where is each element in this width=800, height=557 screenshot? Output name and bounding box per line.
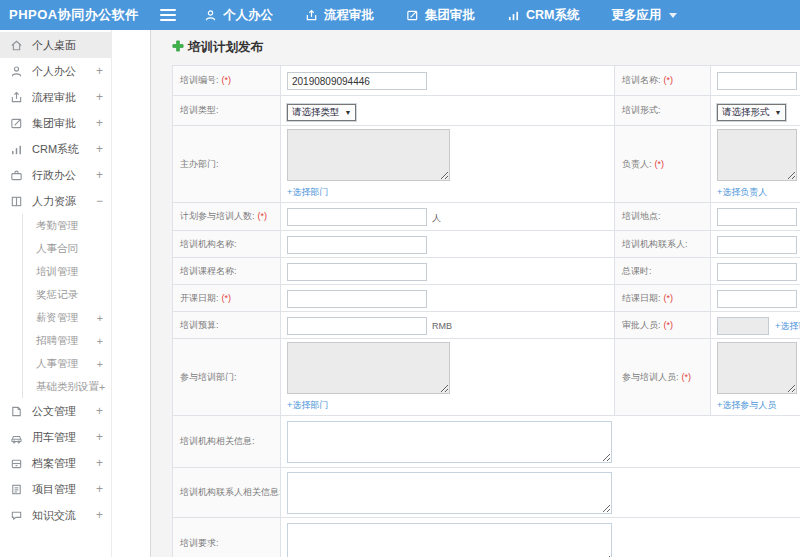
nav-crm-system[interactable]: CRM系统 xyxy=(507,7,579,24)
chart-icon xyxy=(10,143,25,156)
expand-icon[interactable]: + xyxy=(96,456,103,470)
expand-icon[interactable]: + xyxy=(96,64,103,78)
field-label: 总课时: xyxy=(622,266,652,276)
nav-workflow-approval[interactable]: 流程审批 xyxy=(305,7,374,24)
expand-icon[interactable]: + xyxy=(96,404,103,418)
sidebar-item-vehicle[interactable]: 用车管理 + xyxy=(0,424,111,450)
car-icon xyxy=(10,431,25,444)
expand-icon[interactable]: + xyxy=(96,168,103,182)
start-date-input[interactable] xyxy=(287,290,427,308)
select-responsible-link[interactable]: +选择负责人 xyxy=(717,186,767,199)
sidebar-item-hr[interactable]: 人力资源 − xyxy=(0,188,111,214)
sidebar: 个人桌面 个人办公 + 流程审批 + 集团审批 + CRM系统 + xyxy=(0,30,151,557)
nav-more-apps[interactable]: 更多应用 xyxy=(611,7,677,24)
sidebar-item-group-approval[interactable]: 集团审批 + xyxy=(0,110,111,136)
expand-icon[interactable]: + xyxy=(97,335,103,347)
training-name-input[interactable] xyxy=(717,72,797,90)
required-mark: (*) xyxy=(664,320,674,330)
approver-input[interactable] xyxy=(717,317,769,335)
expand-icon[interactable]: + xyxy=(97,312,103,324)
expand-icon[interactable]: + xyxy=(99,381,105,393)
sidebar-subitem-attendance[interactable]: 考勤管理 xyxy=(23,214,111,237)
currency-suffix: RMB xyxy=(432,321,452,331)
sidebar-item-archives[interactable]: 档案管理 + xyxy=(0,450,111,476)
budget-input[interactable] xyxy=(287,317,427,335)
field-label: 培训要求: xyxy=(180,538,219,548)
table-row: 培训预算: RMB 审批人员:(*) +选择审批人员 xyxy=(173,312,800,339)
briefcase-icon xyxy=(10,169,25,182)
select-approver-link[interactable]: +选择审批人员 xyxy=(775,320,800,333)
training-requirements-textarea[interactable] xyxy=(287,523,612,557)
end-date-input[interactable] xyxy=(717,290,797,308)
sidebar-subitem-hr-contract[interactable]: 人事合同 xyxy=(23,237,111,260)
select-arrow-icon: ▼ xyxy=(775,109,782,116)
field-label: 开课日期: xyxy=(180,293,219,303)
institution-contact-info-textarea[interactable] xyxy=(287,472,612,514)
required-mark: (*) xyxy=(682,372,692,382)
expand-icon[interactable]: + xyxy=(96,482,103,496)
menu-toggle-icon[interactable] xyxy=(160,6,176,24)
select-arrow-icon: ▼ xyxy=(345,109,352,116)
total-hours-input[interactable] xyxy=(717,263,797,281)
participating-departments-textarea[interactable] xyxy=(287,342,450,394)
field-label: 计划参与培训人数: xyxy=(180,211,255,221)
table-row: 主办部门: +选择部门 负责人:(*) +选择负责人 xyxy=(173,126,800,203)
field-label: 参与培训部门: xyxy=(180,372,237,382)
required-mark: (*) xyxy=(664,75,674,85)
field-label: 主办部门: xyxy=(180,159,219,169)
sidebar-item-desktop[interactable]: 个人桌面 xyxy=(0,32,111,58)
sidebar-subitem-rewards[interactable]: 奖惩记录 xyxy=(23,283,111,306)
field-label: 参与培训人员: xyxy=(622,372,679,382)
training-location-input[interactable] xyxy=(717,208,797,226)
select-participants-link[interactable]: +选择参与人员 xyxy=(717,399,776,412)
field-label: 培训编号: xyxy=(180,75,219,85)
participating-people-textarea[interactable] xyxy=(717,342,797,394)
training-number-input[interactable] xyxy=(287,72,427,90)
sidebar-item-documents[interactable]: 公文管理 + xyxy=(0,398,111,424)
project-icon xyxy=(10,483,25,496)
training-form-select[interactable]: 请选择形式▼ xyxy=(717,104,786,121)
select-department-link[interactable]: +选择部门 xyxy=(287,186,328,199)
sidebar-item-crm[interactable]: CRM系统 + xyxy=(0,136,111,162)
sidebar-item-admin-office[interactable]: 行政办公 + xyxy=(0,162,111,188)
training-form-table: 培训编号:(*) 培训名称:(*) 培训类型: 请选择类型▼ 培训形式: 请选择… xyxy=(172,65,800,416)
expand-icon[interactable]: + xyxy=(96,430,103,444)
expand-icon[interactable]: + xyxy=(96,116,103,130)
expand-icon[interactable]: + xyxy=(96,142,103,156)
host-department-textarea[interactable] xyxy=(287,129,450,181)
required-mark: (*) xyxy=(258,211,268,221)
collapse-icon[interactable]: − xyxy=(96,194,103,208)
sidebar-subitem-training[interactable]: 培训管理 xyxy=(23,260,111,283)
field-label: 结课日期: xyxy=(622,293,661,303)
plus-icon xyxy=(172,40,184,55)
field-label: 培训机构相关信息: xyxy=(180,436,255,446)
responsible-person-textarea[interactable] xyxy=(717,129,797,181)
sidebar-item-workflow-approval[interactable]: 流程审批 + xyxy=(0,84,111,110)
institution-name-input[interactable] xyxy=(287,236,427,254)
expand-icon[interactable]: + xyxy=(96,508,103,522)
table-row: 参与培训部门: +选择部门 参与培训人员:(*) +选择参与人员 xyxy=(173,339,800,416)
planned-participants-input[interactable] xyxy=(287,208,427,226)
course-name-input[interactable] xyxy=(287,263,427,281)
sidebar-subitem-recruit[interactable]: 招聘管理 + xyxy=(23,329,111,352)
book-icon xyxy=(10,195,25,208)
institution-info-textarea[interactable] xyxy=(287,421,612,463)
institution-contact-input[interactable] xyxy=(717,236,797,254)
workflow-icon xyxy=(10,91,25,104)
sidebar-subitem-base-category[interactable]: 基础类别设置 + xyxy=(23,375,111,398)
expand-icon[interactable]: + xyxy=(97,358,103,370)
select-department-link[interactable]: +选择部门 xyxy=(287,399,328,412)
sidebar-subitem-personnel[interactable]: 人事管理 + xyxy=(23,352,111,375)
field-label: 培训机构联系人相关信息: xyxy=(180,487,281,497)
sidebar-item-projects[interactable]: 项目管理 + xyxy=(0,476,111,502)
nav-group-approval[interactable]: 集团审批 xyxy=(406,7,475,24)
expand-icon[interactable]: + xyxy=(96,90,103,104)
nav-personal-office[interactable]: 个人办公 xyxy=(204,7,273,24)
sidebar-item-knowledge[interactable]: 知识交流 + xyxy=(0,502,111,528)
field-label: 培训机构联系人: xyxy=(622,239,688,249)
table-row: 培训类型: 请选择类型▼ 培训形式: 请选择形式▼ xyxy=(173,96,800,126)
sidebar-subitem-salary[interactable]: 薪资管理 + xyxy=(23,306,111,329)
training-type-select[interactable]: 请选择类型▼ xyxy=(287,104,356,121)
sidebar-item-personal-office[interactable]: 个人办公 + xyxy=(0,58,111,84)
field-label: 审批人员: xyxy=(622,320,661,330)
